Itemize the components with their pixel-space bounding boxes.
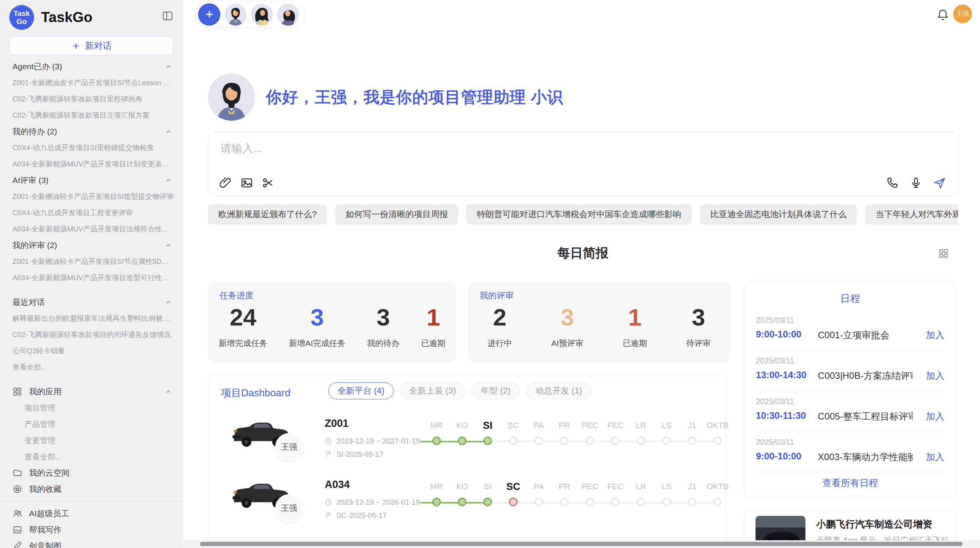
sidebar-section-header[interactable]: 我的待办 (2) [0, 123, 183, 140]
sidebar-item[interactable]: Z001-全新燃油皮卡产品开发项目SI节点Lesson Learn报告 [0, 75, 183, 91]
sidebar-tool-item[interactable]: 帮我写作 [0, 522, 183, 538]
milestone-dot[interactable] [586, 437, 594, 445]
milestone-dot[interactable] [637, 437, 645, 445]
sidebar-item[interactable]: C0X4-动力总成开发项目工程变更评审 [0, 205, 183, 221]
milestone-dot[interactable] [483, 498, 492, 506]
sidebar-item-folder[interactable]: 我的云空间 [0, 465, 183, 481]
suggestion-chips: 欧洲新规最近颁布了什么?如何写一份清晰的项目周报特朗普可能对进口汽车增税会对中国… [208, 204, 958, 224]
sidebar-recent-item[interactable]: 公司Q3轻卡销量 [0, 343, 183, 359]
sidebar-recent-item[interactable]: 解释最新出台的欧盟报废车法规再生塑料比例被调至15%... [0, 310, 183, 327]
add-session-button[interactable] [198, 3, 220, 26]
milestone-dot[interactable] [688, 498, 696, 506]
milestone-dot[interactable] [586, 498, 594, 506]
dashboard-tab[interactable]: 全新上装 (3) [400, 382, 465, 399]
milestone-dot[interactable] [535, 498, 543, 506]
sidebar-item[interactable]: A034-全新新能源MUV产品开发项目法规符合性评审 [0, 221, 183, 237]
milestone-dot[interactable] [713, 498, 722, 506]
milestone-dot[interactable] [560, 437, 569, 445]
milestone-dot[interactable] [432, 498, 441, 506]
sidebar-item[interactable]: Z001-全新燃油轻卡产品开发项目SI节点属性5D文件评审 [0, 253, 183, 270]
schedule-join-link[interactable]: 加入 [926, 410, 944, 423]
suggestion-chip[interactable]: 当下年轻人对汽车外观有怎样的喜好趋势 [865, 204, 958, 224]
sidebar-item[interactable]: C0X4-动力总成开发项目SI里程碑提交物检查 [0, 140, 183, 156]
image-icon[interactable] [240, 176, 253, 189]
sidebar-tool-item[interactable]: AI超级员工 [0, 505, 183, 522]
dashboard-tab[interactable]: 全新平台 (4) [328, 382, 394, 399]
suggestion-chip[interactable]: 特朗普可能对进口汽车增税会对中国车企造成哪些影响 [466, 204, 692, 224]
chevron-up-icon [164, 387, 173, 396]
stat: 3新增AI完成任务 [289, 305, 346, 349]
dashboard-tab[interactable]: 动总开发 (1) [526, 382, 591, 399]
sidebar-item[interactable]: A034-全新新能源MUV产品开发项目计划变更表编写 [0, 156, 183, 172]
milestone-dot[interactable] [611, 437, 620, 445]
sidebar-item-star-badge[interactable]: 我的收藏 [0, 481, 183, 497]
sidebar-collapse-icon[interactable] [162, 10, 173, 22]
layout-grid-icon[interactable] [938, 248, 949, 259]
sidebar-recent-item[interactable]: 查看全部... [0, 359, 183, 375]
schedule-join-link[interactable]: 加入 [926, 329, 944, 341]
milestone-dot[interactable] [535, 437, 543, 445]
milestone-label: J1 [679, 418, 705, 432]
phone-icon[interactable] [886, 176, 899, 189]
session-avatar-3[interactable] [277, 3, 299, 26]
milestone-dot[interactable] [509, 437, 517, 445]
plus-icon [71, 41, 81, 51]
milestone-dot[interactable] [637, 498, 645, 506]
milestone-label: SC [500, 418, 526, 432]
milestone: PA [526, 480, 552, 506]
session-avatar-2[interactable] [251, 3, 273, 26]
sidebar-item[interactable]: C02-飞腾新能源轻客改款项目立项汇报方案 [0, 107, 183, 123]
sidebar-tool-item[interactable]: 创意制图 [0, 538, 183, 548]
session-avatar-1[interactable] [224, 3, 247, 26]
milestone-dot[interactable] [509, 498, 517, 506]
sidebar-item-label: AI超级员工 [29, 508, 69, 519]
milestone-dot[interactable] [611, 498, 620, 506]
stat-card-title: 我的评审 [480, 290, 514, 301]
schedule-join-link[interactable]: 加入 [926, 370, 944, 382]
milestone-dot[interactable] [560, 498, 569, 506]
milestone-dot[interactable] [688, 437, 696, 445]
send-icon[interactable] [933, 176, 946, 189]
milestone-dot[interactable] [483, 437, 492, 445]
milestone-dot[interactable] [662, 498, 671, 506]
notification-bell-icon[interactable] [936, 8, 949, 21]
microphone-icon[interactable] [910, 176, 922, 189]
project-name: Z001 [325, 418, 349, 430]
suggestion-chip[interactable]: 如何写一份清晰的项目周报 [335, 204, 458, 224]
suggestion-chip[interactable]: 比亚迪全固态电池计划具体说了什么 [700, 204, 857, 224]
sidebar-item[interactable]: C02-飞腾新能源轻客改款项目里程碑画布 [0, 91, 183, 107]
sidebar-recent-item[interactable]: C02-飞腾新能源轻客改款项目的闭环通告反馈情况 [0, 327, 183, 343]
project-name: A034 [325, 479, 350, 491]
sidebar-section-header[interactable]: 我的评审 (2) [0, 237, 183, 253]
sidebar-app-item[interactable]: 项目管理 [0, 400, 183, 416]
sidebar: Task Go TaskGo 新对话 Agent已办 (3)Z001-全新燃油皮… [0, 0, 183, 548]
schedule-item: 2025/03/1113:00-14:30C003|H0B-方案冻结评审加入 [756, 350, 944, 391]
schedule-view-all-link[interactable]: 查看所有日程 [744, 477, 956, 489]
sidebar-section-header[interactable]: AI评审 (3) [0, 172, 183, 188]
milestone-dot[interactable] [713, 437, 722, 445]
stat-label: 我的待办 [367, 338, 399, 349]
sidebar-app-item[interactable]: 变更管理 [0, 432, 183, 449]
milestone-dot[interactable] [662, 437, 671, 445]
user-avatar[interactable]: 王强 [953, 5, 972, 23]
milestone-dot[interactable] [458, 498, 466, 506]
sidebar-app-item[interactable]: 产品管理 [0, 416, 183, 432]
suggestion-chip[interactable]: 欧洲新规最近颁布了什么? [208, 204, 327, 224]
sidebar-apps-header[interactable]: 我的应用 [0, 384, 183, 400]
input-tools-left [219, 176, 274, 189]
sidebar-app-item[interactable]: 查看全部... [0, 449, 183, 465]
chat-input[interactable] [220, 142, 841, 155]
schedule-join-link[interactable]: 加入 [926, 451, 944, 463]
dashboard-tab[interactable]: 年型 (2) [471, 382, 520, 399]
sidebar-item[interactable]: Z001-全新燃油轻卡产品开发项目SI造型提交物评审 [0, 188, 183, 205]
horizontal-scrollbar-thumb[interactable] [200, 542, 963, 546]
milestone-dot[interactable] [458, 437, 466, 445]
milestone-dot[interactable] [432, 437, 441, 445]
schedule-date: 2025/03/11 [756, 438, 794, 447]
sidebar-item[interactable]: A034-全新新能源MUV产品开发项目造型可行性评审 [0, 270, 183, 286]
sidebar-recent-header[interactable]: 最近对话 [0, 294, 183, 310]
scissors-icon[interactable] [262, 176, 274, 189]
attachment-icon[interactable] [219, 176, 232, 189]
new-chat-button[interactable]: 新对话 [9, 36, 173, 55]
sidebar-section-header[interactable]: Agent已办 (3) [0, 58, 183, 75]
